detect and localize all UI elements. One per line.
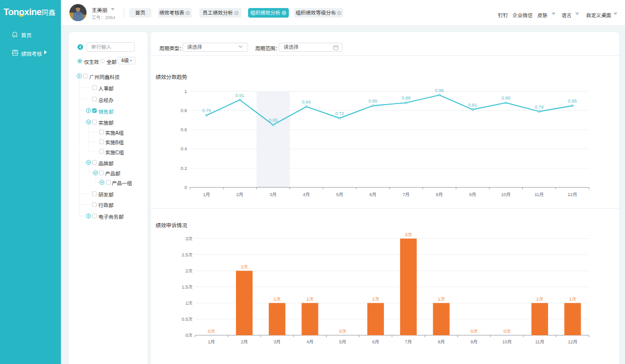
svg-text:4月: 4月 <box>302 192 309 197</box>
svg-text:3次: 3次 <box>405 232 412 237</box>
svg-text:0.91: 0.91 <box>235 93 244 98</box>
svg-text:0.88: 0.88 <box>501 96 510 101</box>
svg-text:0次: 0次 <box>471 329 478 334</box>
svg-text:3月: 3月 <box>269 192 276 197</box>
svg-text:7月: 7月 <box>405 339 412 344</box>
svg-text:0.4: 0.4 <box>180 146 187 151</box>
svg-text:0.85: 0.85 <box>568 99 577 104</box>
svg-text:1次: 1次 <box>273 297 280 302</box>
svg-text:10月: 10月 <box>502 339 511 344</box>
svg-text:1次: 1次 <box>536 297 543 302</box>
svg-text:9月: 9月 <box>471 339 478 344</box>
svg-text:0.96: 0.96 <box>435 88 444 93</box>
svg-text:0.65: 0.65 <box>268 118 277 123</box>
svg-text:8月: 8月 <box>437 339 444 344</box>
svg-text:12月: 12月 <box>567 192 577 197</box>
svg-text:12月: 12月 <box>568 339 577 344</box>
svg-text:0.6: 0.6 <box>180 127 187 132</box>
svg-text:1.5次: 1.5次 <box>181 285 192 290</box>
svg-text:2.5次: 2.5次 <box>181 252 192 257</box>
svg-text:0.8: 0.8 <box>180 108 187 113</box>
svg-text:1月: 1月 <box>203 192 210 197</box>
svg-text:2月: 2月 <box>236 192 243 197</box>
svg-text:8月: 8月 <box>436 192 443 197</box>
svg-text:2次: 2次 <box>241 264 248 269</box>
svg-text:0: 0 <box>184 185 187 190</box>
svg-text:1月: 1月 <box>208 339 215 344</box>
svg-text:0.81: 0.81 <box>468 103 477 108</box>
svg-text:7月: 7月 <box>402 192 409 197</box>
svg-text:0次: 0次 <box>503 329 510 334</box>
svg-text:0.72: 0.72 <box>335 111 344 116</box>
svg-text:1次: 1次 <box>437 297 444 302</box>
svg-text:1次: 1次 <box>372 297 379 302</box>
svg-text:1次: 1次 <box>185 301 192 306</box>
svg-text:3次: 3次 <box>185 236 192 241</box>
svg-text:9月: 9月 <box>469 192 476 197</box>
svg-text:0.84: 0.84 <box>302 100 311 105</box>
svg-text:1: 1 <box>184 89 187 94</box>
svg-text:0.88: 0.88 <box>402 96 411 101</box>
svg-text:2次: 2次 <box>185 268 192 274</box>
svg-text:1次: 1次 <box>569 297 576 302</box>
svg-text:6月: 6月 <box>372 339 379 344</box>
svg-text:0次: 0次 <box>208 329 215 334</box>
svg-text:11月: 11月 <box>535 339 544 344</box>
svg-text:0.2: 0.2 <box>180 166 187 171</box>
svg-text:1次: 1次 <box>306 297 313 302</box>
svg-text:5月: 5月 <box>339 339 346 344</box>
svg-text:0.5次: 0.5次 <box>181 317 192 322</box>
svg-text:0次: 0次 <box>339 329 346 334</box>
svg-text:2月: 2月 <box>241 339 248 344</box>
svg-text:0次: 0次 <box>185 333 192 338</box>
svg-text:0.75: 0.75 <box>202 108 211 113</box>
svg-text:4月: 4月 <box>306 339 313 344</box>
svg-text:0.79: 0.79 <box>534 105 543 110</box>
svg-text:11月: 11月 <box>534 192 543 197</box>
svg-text:5月: 5月 <box>336 192 343 197</box>
svg-text:6月: 6月 <box>369 192 376 197</box>
svg-text:3月: 3月 <box>273 339 280 344</box>
svg-text:0.85: 0.85 <box>368 99 377 104</box>
svg-text:10月: 10月 <box>501 192 510 197</box>
